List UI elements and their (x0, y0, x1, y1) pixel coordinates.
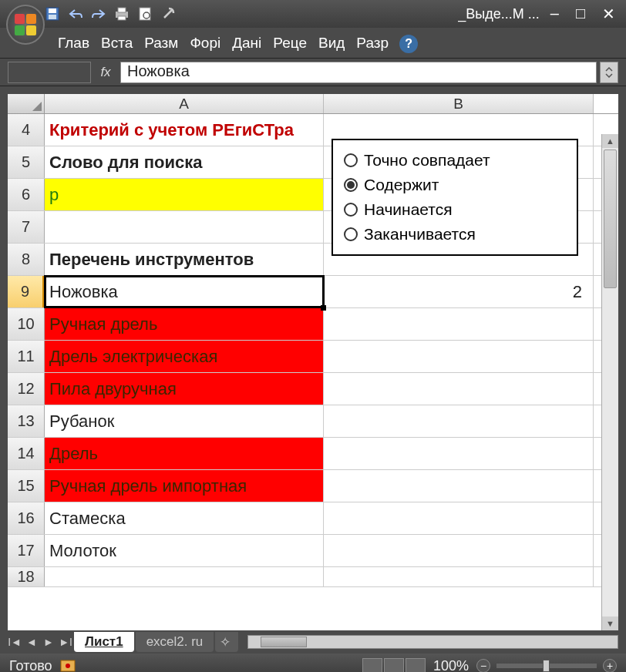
row-header[interactable]: 10 (8, 308, 45, 340)
formula-input[interactable]: Ножовка (120, 62, 597, 83)
row-header[interactable]: 15 (8, 470, 45, 502)
cell[interactable]: Дрель (45, 438, 324, 469)
sheet-tab[interactable]: excel2. ru (136, 632, 214, 652)
row-header[interactable]: 13 (8, 405, 45, 437)
ribbon-tab-developer[interactable]: Разр (351, 29, 394, 58)
cell[interactable]: Перечень инструментов (45, 244, 324, 275)
cell[interactable]: Слово для поиска (45, 146, 324, 178)
formula-expand-icon[interactable] (600, 62, 618, 83)
cell[interactable]: Критерий с учетом РЕгиСТра (45, 114, 324, 146)
cell[interactable]: Дрель электрическая (45, 341, 324, 372)
zoom-level[interactable]: 100% (433, 658, 469, 673)
radio-label: Содержит (364, 176, 439, 194)
page-break-view-icon[interactable] (406, 658, 426, 672)
cell[interactable] (324, 308, 594, 340)
zoom-in-icon[interactable]: + (603, 659, 617, 672)
tool-icon[interactable] (160, 6, 176, 22)
row-header[interactable]: 17 (8, 535, 45, 566)
zoom-out-icon[interactable]: − (476, 659, 490, 672)
fx-icon[interactable]: fx (94, 65, 117, 80)
vertical-scrollbar[interactable]: ▲ ▼ (601, 134, 618, 630)
cell[interactable] (324, 470, 594, 502)
column-header-B[interactable]: B (324, 94, 594, 113)
next-sheet-icon[interactable]: ► (42, 636, 56, 648)
zoom-slider[interactable] (496, 664, 597, 668)
save-icon[interactable] (45, 6, 60, 22)
cell[interactable]: 2 (324, 276, 594, 307)
radio-icon (344, 203, 358, 217)
ribbon-tab-layout[interactable]: Разм (139, 29, 183, 58)
normal-view-icon[interactable] (362, 658, 382, 672)
row-header[interactable]: 11 (8, 341, 45, 372)
row-header[interactable]: 6 (8, 179, 45, 210)
ribbon-tab-review[interactable]: Реце (268, 29, 312, 58)
horizontal-scrollbar[interactable] (247, 635, 618, 649)
cell[interactable] (45, 211, 324, 243)
macro-record-icon[interactable] (60, 660, 76, 672)
row-header[interactable]: 18 (8, 567, 45, 586)
cell[interactable]: Ручная дрель импортная (45, 470, 324, 502)
sheet-area: A B 4 Критерий с учетом РЕгиСТра 5 Слово… (0, 86, 626, 630)
undo-icon[interactable] (68, 6, 83, 22)
cell[interactable]: Пила двуручная (45, 373, 324, 405)
preview-icon[interactable] (137, 6, 153, 22)
new-sheet-icon[interactable]: ✧ (215, 632, 238, 652)
redo-icon[interactable] (91, 6, 106, 22)
row-header[interactable]: 12 (8, 373, 45, 405)
maximize-button[interactable]: □ (576, 5, 585, 23)
select-all-button[interactable] (8, 94, 45, 113)
cell[interactable] (324, 567, 594, 586)
cell[interactable] (324, 373, 594, 405)
radio-option-ends[interactable]: Заканчивается (344, 222, 566, 247)
page-layout-view-icon[interactable] (384, 658, 404, 672)
grid-body[interactable]: 4 Критерий с учетом РЕгиСТра 5 Слово для… (8, 114, 618, 630)
cell[interactable]: Молоток (45, 535, 324, 566)
cell[interactable] (324, 502, 594, 534)
radio-label: Точно совпадает (364, 151, 490, 170)
radio-icon (344, 178, 358, 192)
scroll-thumb[interactable] (261, 637, 307, 647)
prev-sheet-icon[interactable]: ◄ (25, 636, 39, 648)
scroll-thumb[interactable] (604, 150, 617, 288)
last-sheet-icon[interactable]: ►I (59, 636, 72, 648)
office-button[interactable] (6, 5, 45, 45)
grid: A B 4 Критерий с учетом РЕгиСТра 5 Слово… (8, 94, 618, 630)
table-row: 13 Рубанок (8, 405, 618, 438)
row-header[interactable]: 9 (8, 276, 45, 307)
row-header[interactable]: 5 (8, 146, 45, 178)
name-box[interactable] (8, 62, 91, 83)
print-icon[interactable] (114, 6, 130, 22)
radio-option-exact[interactable]: Точно совпадает (344, 148, 566, 173)
cell[interactable] (324, 405, 594, 437)
ribbon-tab-formulas[interactable]: Форі (184, 29, 226, 58)
sheet-tab[interactable]: Лист1 (74, 632, 134, 652)
minimize-button[interactable]: – (550, 5, 559, 23)
cell[interactable] (324, 438, 594, 469)
zoom-knob[interactable] (543, 660, 550, 672)
column-header-A[interactable]: A (45, 94, 324, 113)
cell[interactable]: Ручная дрель (45, 308, 324, 340)
ribbon-tab-home[interactable]: Глав (52, 29, 95, 58)
cell[interactable] (324, 535, 594, 566)
radio-option-contains[interactable]: Содержит (344, 173, 566, 197)
cell[interactable] (324, 341, 594, 372)
ribbon-tab-data[interactable]: Дані (227, 29, 267, 58)
cell[interactable]: р (45, 179, 324, 210)
help-icon[interactable]: ? (399, 35, 418, 53)
row-header[interactable]: 7 (8, 211, 45, 243)
scroll-down-icon[interactable]: ▼ (602, 617, 618, 630)
row-header[interactable]: 4 (8, 114, 45, 146)
row-header[interactable]: 8 (8, 244, 45, 275)
first-sheet-icon[interactable]: I◄ (8, 636, 22, 648)
scroll-up-icon[interactable]: ▲ (602, 134, 618, 148)
ribbon-tab-insert[interactable]: Вста (96, 29, 138, 58)
active-cell[interactable]: Ножовка (45, 276, 324, 307)
cell[interactable]: Стамеска (45, 502, 324, 534)
radio-option-starts[interactable]: Начинается (344, 197, 566, 222)
row-header[interactable]: 16 (8, 502, 45, 534)
close-button[interactable]: ✕ (602, 5, 615, 23)
row-header[interactable]: 14 (8, 438, 45, 469)
ribbon-tab-view[interactable]: Вид (313, 29, 350, 58)
cell[interactable] (45, 567, 324, 586)
cell[interactable]: Рубанок (45, 405, 324, 437)
